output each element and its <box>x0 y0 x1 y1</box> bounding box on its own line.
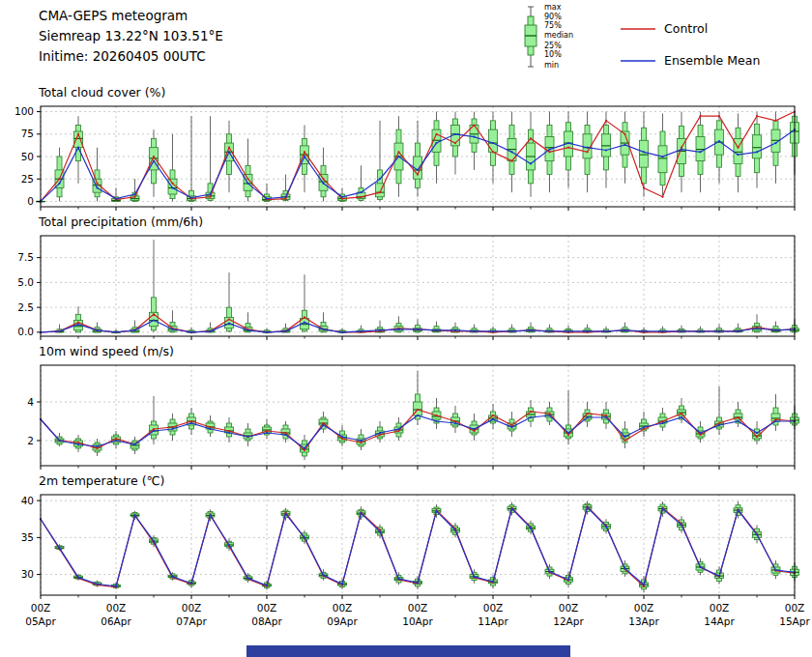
footer-bar <box>246 645 570 657</box>
wind-speed-section: 10m wind speed (m/s) 24 <box>0 344 812 473</box>
precipitation-title: Total precipitation (mm/6h) <box>39 214 812 229</box>
ensemble-mean-line-sample <box>621 59 655 63</box>
svg-text:14Apr: 14Apr <box>704 615 735 627</box>
temperature-title: 2m temperature (℃) <box>39 473 812 488</box>
svg-text:13Apr: 13Apr <box>628 615 659 627</box>
boxplot-legend-glyph <box>518 4 541 71</box>
meteogram-page: CMA-GEPS meteogram Siemreap 13.22°N 103.… <box>0 0 812 657</box>
svg-text:11Apr: 11Apr <box>478 615 508 627</box>
temperature-panel: 30354000Z05Apr00Z06Apr00Z07Apr00Z08Apr00… <box>0 489 812 634</box>
svg-text:09Apr: 09Apr <box>327 615 358 627</box>
control-line-sample <box>621 27 655 31</box>
legend-label-median: median <box>544 31 573 40</box>
svg-text:00Z: 00Z <box>408 602 428 614</box>
svg-text:5.0: 5.0 <box>17 276 34 288</box>
svg-text:35: 35 <box>21 531 34 543</box>
svg-text:25: 25 <box>21 173 34 185</box>
svg-text:40: 40 <box>21 495 34 506</box>
svg-text:00Z: 00Z <box>483 602 504 614</box>
svg-text:50: 50 <box>21 151 34 162</box>
svg-text:00Z: 00Z <box>31 602 51 614</box>
title-block: CMA-GEPS meteogram Siemreap 13.22°N 103.… <box>39 6 223 67</box>
wind-speed-title: 10m wind speed (m/s) <box>39 344 812 358</box>
svg-text:05Apr: 05Apr <box>25 615 56 627</box>
svg-text:00Z: 00Z <box>182 602 202 614</box>
chart-location: Siemreap 13.22°N 103.51°E <box>39 26 223 46</box>
svg-text:30: 30 <box>21 568 34 580</box>
svg-text:7.5: 7.5 <box>17 251 34 263</box>
cloud-cover-title: Total cloud cover (%) <box>39 85 812 100</box>
svg-text:00Z: 00Z <box>333 602 353 614</box>
precipitation-panel: 0.02.55.07.5 <box>0 230 812 344</box>
wind-speed-panel: 24 <box>0 359 812 473</box>
svg-text:00Z: 00Z <box>257 602 277 614</box>
svg-text:100: 100 <box>14 105 34 117</box>
legend-label-min: min <box>544 61 559 70</box>
temperature-section: 2m temperature (℃) 30354000Z05Apr00Z06Ap… <box>0 473 812 634</box>
svg-text:00Z: 00Z <box>634 602 654 614</box>
svg-text:2: 2 <box>27 435 34 446</box>
svg-text:00Z: 00Z <box>106 602 127 614</box>
header: CMA-GEPS meteogram Siemreap 13.22°N 103.… <box>0 0 812 85</box>
legend-label-10: 10% <box>544 50 562 59</box>
svg-text:4: 4 <box>27 396 34 408</box>
panels: Total cloud cover (%) 0255075100 Total p… <box>0 85 812 634</box>
legend-ensemble-mean-label: Ensemble Mean <box>664 53 760 68</box>
legend-label-90: 90% <box>544 13 562 21</box>
legend-item-ensemble-mean: Ensemble Mean <box>621 53 760 68</box>
boxplot-legend: max 90% 75% median 25% 10% min <box>518 4 591 73</box>
chart-title: CMA-GEPS meteogram <box>39 6 223 26</box>
legend-label-75: 75% <box>544 21 562 30</box>
svg-text:08Apr: 08Apr <box>251 615 282 627</box>
svg-text:12Apr: 12Apr <box>553 615 584 627</box>
svg-text:10Apr: 10Apr <box>402 615 433 627</box>
legend-label-25: 25% <box>544 42 562 50</box>
svg-text:75: 75 <box>21 128 34 139</box>
cloud-cover-section: Total cloud cover (%) 0255075100 <box>0 85 812 214</box>
precipitation-section: Total precipitation (mm/6h) 0.02.55.07.5 <box>0 214 812 344</box>
svg-text:00Z: 00Z <box>559 602 579 614</box>
legend-item-control: Control <box>621 21 760 36</box>
svg-text:06Apr: 06Apr <box>101 615 131 627</box>
svg-text:0.0: 0.0 <box>17 326 34 337</box>
line-legend: Control Ensemble Mean <box>621 21 760 68</box>
svg-text:07Apr: 07Apr <box>176 615 207 627</box>
legend-label-max: max <box>544 3 561 12</box>
svg-text:00Z: 00Z <box>785 602 805 614</box>
svg-text:2.5: 2.5 <box>17 301 34 313</box>
legend-control-label: Control <box>664 21 708 36</box>
cloud-cover-panel: 0255075100 <box>0 100 812 214</box>
boxplot-legend-labels: max 90% 75% median 25% 10% min <box>544 4 591 73</box>
svg-text:15Apr: 15Apr <box>779 615 810 627</box>
chart-inittime: Initime: 20260405 00UTC <box>39 46 223 67</box>
svg-text:00Z: 00Z <box>710 602 730 614</box>
svg-text:0: 0 <box>27 195 34 207</box>
